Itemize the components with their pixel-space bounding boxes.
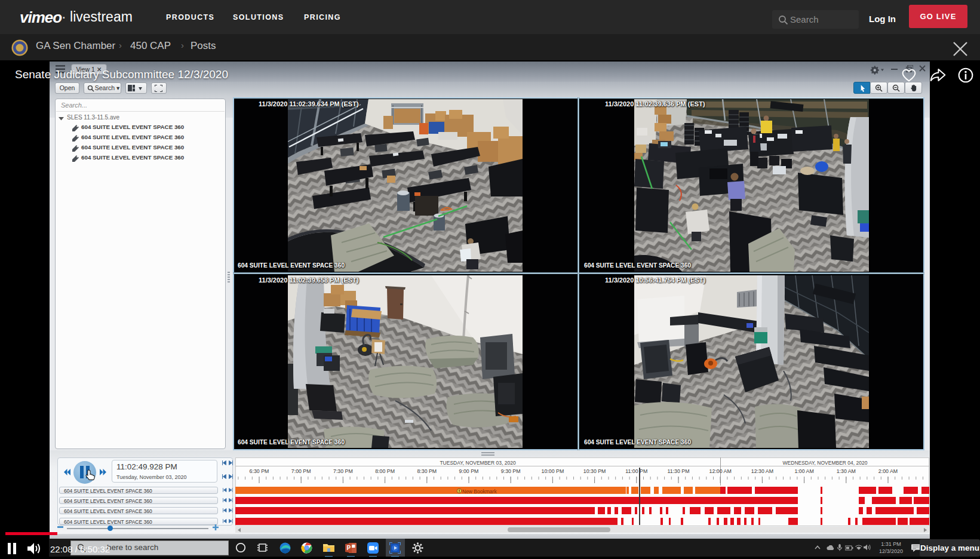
svg-text:P: P — [347, 545, 351, 551]
